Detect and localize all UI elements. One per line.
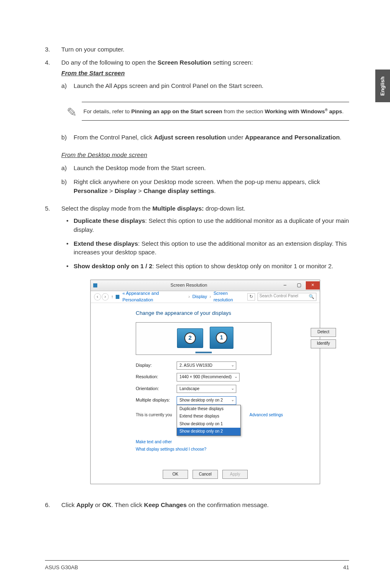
resolution-select[interactable]: 1440 × 900 (Recommended): [177, 373, 240, 382]
help-link[interactable]: What display settings should I choose?: [136, 447, 303, 453]
window-close-button[interactable]: ×: [306, 281, 320, 290]
currently-label: This is currently you: [136, 412, 172, 418]
sub-step-a2: a) Launch the Desktop mode from the Star…: [61, 164, 349, 173]
subheading: From the Start screen: [61, 69, 349, 78]
multiple-displays-select[interactable]: Show desktop only on 2: [177, 396, 236, 405]
monitor-badge: 2: [184, 332, 196, 344]
subheading: From the Desktop mode screen: [61, 150, 349, 159]
display-row: Display: 2. ASUS VW193D: [136, 361, 303, 370]
language-tab: English: [375, 70, 390, 102]
breadcrumb-bar: ‹ › ↑ « Appearance and Personalization ›…: [91, 291, 320, 303]
window-title: Screen Resolution: [100, 282, 278, 289]
footer-product: ASUS G30AB: [45, 564, 78, 572]
sub-step-a: a) Launch the All Apps screen and pin Co…: [61, 81, 349, 90]
multiple-displays-dropdown[interactable]: Duplicate these displays Extend these di…: [177, 405, 241, 436]
monitor-preview[interactable]: 2 1: [136, 322, 271, 355]
monitor-2[interactable]: 2: [177, 328, 203, 348]
multiple-displays-row: Multiple displays: Show desktop only on …: [136, 396, 303, 405]
bullet-dot-icon: •: [61, 239, 74, 257]
sub-step-b2: b) Right click anywhere on your Desktop …: [61, 177, 349, 195]
step-4: 4. Do any of the following to open the S…: [45, 58, 349, 200]
nav-forward-icon[interactable]: ›: [102, 293, 109, 301]
step-3: 3. Turn on your computer.: [45, 45, 349, 54]
window-minimize-button[interactable]: –: [278, 281, 292, 290]
dropdown-option[interactable]: Extend these displays: [177, 413, 240, 420]
advanced-settings-link[interactable]: Advanced settings: [249, 412, 283, 418]
content-heading: Change the appearance of your displays: [136, 310, 303, 317]
dropdown-option-selected[interactable]: Show desktop only on 2: [177, 428, 240, 435]
breadcrumb-item[interactable]: Screen resolution: [213, 290, 246, 303]
dropdown-option[interactable]: Duplicate these displays: [177, 405, 240, 413]
search-icon: 🔍: [309, 294, 314, 300]
screen-resolution-screenshot: Screen Resolution – ▢ × ‹ › ↑ « Appearan…: [90, 280, 320, 484]
detect-button[interactable]: Detect: [311, 328, 336, 337]
sub-step-b: b) From the Control Panel, click Adjust …: [61, 133, 349, 142]
step-number: 3.: [45, 45, 61, 54]
step-text: Turn on your computer.: [61, 45, 349, 54]
display-select[interactable]: 2. ASUS VW193D: [177, 361, 236, 370]
orientation-row: Orientation: Landscape: [136, 385, 303, 393]
make-text-link[interactable]: Make text and other: [136, 439, 303, 445]
bullet-item: • Duplicate these displays: Select this …: [61, 216, 349, 234]
cancel-button[interactable]: Cancel: [193, 470, 218, 479]
step-text: Click Apply or OK. Then click Keep Chang…: [61, 500, 349, 509]
language-label: English: [379, 76, 387, 96]
window-maximize-button[interactable]: ▢: [292, 281, 306, 290]
identify-button[interactable]: Identify: [311, 339, 336, 348]
step-number: 6.: [45, 500, 61, 509]
drag-handle-icon: [195, 352, 212, 353]
resolution-row: Resolution: 1440 × 900 (Recommended): [136, 373, 303, 382]
bullet-dot-icon: •: [61, 216, 74, 234]
bullet-item: • Show desktop only on 1 / 2: Select thi…: [61, 262, 349, 271]
page-footer: ASUS G30AB 41: [45, 560, 349, 572]
step-number: 5.: [45, 204, 61, 496]
note-box: ✎ For details, refer to Pinning an app o…: [61, 102, 349, 121]
nav-back-icon[interactable]: ‹: [94, 293, 101, 301]
ok-button[interactable]: OK: [163, 470, 188, 479]
note-text: For details, refer to Pinning an app on …: [82, 102, 349, 121]
refresh-icon[interactable]: ↻: [247, 293, 255, 301]
search-input[interactable]: Search Control Panel 🔍: [258, 293, 316, 301]
footer-page-number: 41: [343, 564, 349, 572]
breadcrumb-item[interactable]: Display: [192, 294, 207, 300]
step-text: Do any of the following to open the Scre…: [61, 58, 349, 67]
step-6: 6. Click Apply or OK. Then click Keep Ch…: [45, 500, 349, 509]
step-5: 5. Select the display mode from the Mult…: [45, 204, 349, 496]
bullet-item: • Extend these displays: Select this opt…: [61, 239, 349, 257]
orientation-select[interactable]: Landscape: [177, 385, 236, 393]
display-icon: [116, 295, 119, 299]
dropdown-option[interactable]: Show desktop only on 1: [177, 420, 240, 428]
nav-up-icon[interactable]: ↑: [111, 294, 114, 300]
step-text: Select the display mode from the Multipl…: [61, 204, 349, 213]
window-titlebar: Screen Resolution – ▢ ×: [91, 280, 320, 291]
bullet-dot-icon: •: [61, 262, 74, 271]
monitor-badge: 1: [216, 332, 227, 343]
breadcrumb-item[interactable]: « Appearance and Personalization: [122, 290, 186, 303]
app-icon: [93, 283, 97, 287]
apply-button[interactable]: Apply: [222, 470, 248, 479]
pencil-icon: ✎: [61, 102, 82, 121]
monitor-1[interactable]: 1: [210, 327, 233, 349]
step-number: 4.: [45, 58, 61, 200]
